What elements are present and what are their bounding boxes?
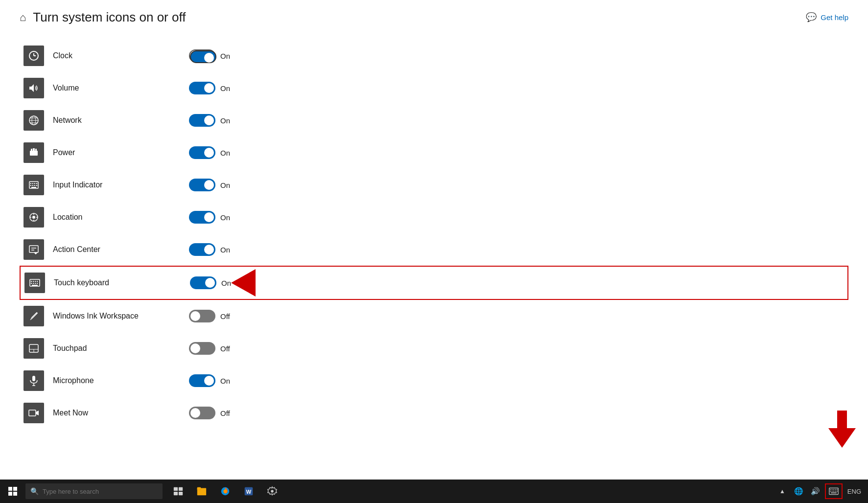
taskbar-right: ▲ 🌐 🔊 ENG [775, 480, 868, 503]
touch-keyboard-toggle[interactable] [190, 276, 216, 289]
svg-rect-22 [31, 187, 36, 188]
svg-rect-34 [31, 281, 32, 282]
microphone-icon [28, 375, 40, 387]
network-icon [28, 114, 40, 126]
svg-marker-51 [36, 411, 39, 415]
volume-toggle[interactable] [189, 82, 215, 94]
action-center-toggle[interactable] [189, 243, 215, 256]
meet-now-toggle[interactable] [189, 407, 215, 419]
meet-now-icon-box [23, 403, 44, 423]
meet-now-icon [28, 407, 40, 419]
get-help-button[interactable]: 💬 Get help [806, 12, 848, 23]
svg-rect-40 [35, 283, 36, 284]
network-toggle[interactable] [189, 114, 215, 127]
settings-button[interactable] [261, 480, 283, 503]
clock-icon [28, 50, 40, 62]
volume-tray-icon[interactable]: 🔊 [808, 480, 823, 503]
power-toggle-label: On [220, 149, 233, 157]
touchpad-label: Touchpad [53, 344, 151, 353]
microphone-label: Microphone [53, 376, 151, 385]
svg-marker-32 [34, 252, 38, 254]
setting-row-windows-ink: Windows Ink Workspace Off [20, 300, 848, 332]
firefox-button[interactable] [214, 480, 236, 503]
svg-rect-18 [30, 185, 31, 186]
clock-toggle-label: On [220, 52, 233, 60]
get-help-label: Get help [821, 13, 848, 22]
touch-keyboard-label: Touch keyboard [54, 278, 152, 287]
svg-marker-3 [29, 84, 34, 92]
setting-row-input-indicator: Input Indicator On [20, 169, 848, 201]
svg-rect-47 [32, 376, 35, 381]
microphone-icon-box [23, 370, 44, 391]
big-arrow-down [828, 411, 856, 448]
network-tray-icon[interactable]: 🌐 [792, 480, 806, 503]
microphone-toggle[interactable] [189, 374, 215, 387]
keyboard-tray-icon[interactable] [825, 483, 843, 499]
svg-point-63 [271, 490, 274, 493]
svg-point-24 [32, 216, 35, 219]
network-label: Network [53, 116, 151, 125]
setting-row-power: Power On [20, 137, 848, 169]
location-icon [28, 211, 40, 223]
file-explorer-button[interactable] [191, 480, 212, 503]
svg-rect-54 [174, 492, 178, 495]
location-label: Location [53, 213, 151, 222]
taskbar-search-input[interactable] [43, 488, 158, 495]
setting-row-location: Location On [20, 201, 848, 233]
arrow-indicator [231, 269, 256, 297]
svg-rect-29 [29, 246, 38, 252]
svg-rect-17 [36, 183, 37, 184]
volume-icon [28, 82, 40, 94]
home-icon[interactable]: ⌂ [20, 11, 26, 24]
svg-rect-58 [197, 487, 201, 489]
svg-rect-67 [833, 489, 834, 490]
taskbar: 🔍 [0, 480, 868, 503]
power-toggle[interactable] [189, 146, 215, 159]
input-indicator-toggle[interactable] [189, 179, 215, 191]
svg-rect-14 [30, 183, 31, 184]
word-button[interactable]: W [238, 480, 259, 503]
windows-ink-toggle[interactable] [189, 310, 215, 322]
svg-rect-16 [34, 183, 35, 184]
setting-row-action-center: Action Center On [20, 233, 848, 266]
svg-text:W: W [246, 489, 252, 495]
svg-rect-73 [835, 491, 836, 492]
language-indicator[interactable]: ENG [845, 488, 864, 495]
windows-ink-toggle-label: Off [220, 312, 233, 320]
firefox-icon [220, 486, 231, 497]
svg-rect-74 [837, 491, 838, 492]
setting-row-network: Network On [20, 104, 848, 137]
svg-rect-35 [33, 281, 34, 282]
network-icon-box [23, 110, 44, 131]
system-tray-expand[interactable]: ▲ [775, 480, 790, 503]
setting-row-volume: Volume On [20, 72, 848, 104]
setting-row-touch-keyboard: Touch keyboard On [20, 266, 848, 300]
location-toggle-label: On [220, 213, 233, 222]
touchpad-icon [28, 343, 40, 354]
action-center-label: Action Center [53, 245, 151, 254]
windows-ink-icon [28, 310, 40, 322]
clock-icon-box [23, 46, 44, 66]
svg-rect-72 [833, 491, 834, 492]
task-view-button[interactable] [167, 480, 189, 503]
power-icon [28, 147, 40, 159]
svg-rect-71 [832, 491, 833, 492]
taskbar-left: 🔍 [0, 480, 163, 503]
taskbar-search-box[interactable]: 🔍 [25, 483, 163, 499]
svg-rect-36 [35, 281, 36, 282]
location-toggle[interactable] [189, 211, 215, 224]
settings-icon [267, 486, 278, 497]
touchpad-toggle[interactable] [189, 342, 215, 355]
svg-rect-42 [32, 285, 38, 286]
touchpad-toggle-label: Off [220, 344, 233, 353]
touch-keyboard-icon [29, 277, 41, 289]
volume-label: Volume [53, 84, 151, 92]
windows-start-button[interactable] [0, 480, 25, 503]
taskbar-center: W [167, 480, 283, 503]
svg-rect-65 [830, 489, 831, 490]
settings-list: Clock On Volume On [20, 40, 848, 429]
touchpad-icon-box [23, 338, 44, 359]
clock-toggle[interactable] [189, 49, 215, 62]
file-explorer-icon [196, 486, 207, 497]
meet-now-label: Meet Now [53, 409, 151, 417]
